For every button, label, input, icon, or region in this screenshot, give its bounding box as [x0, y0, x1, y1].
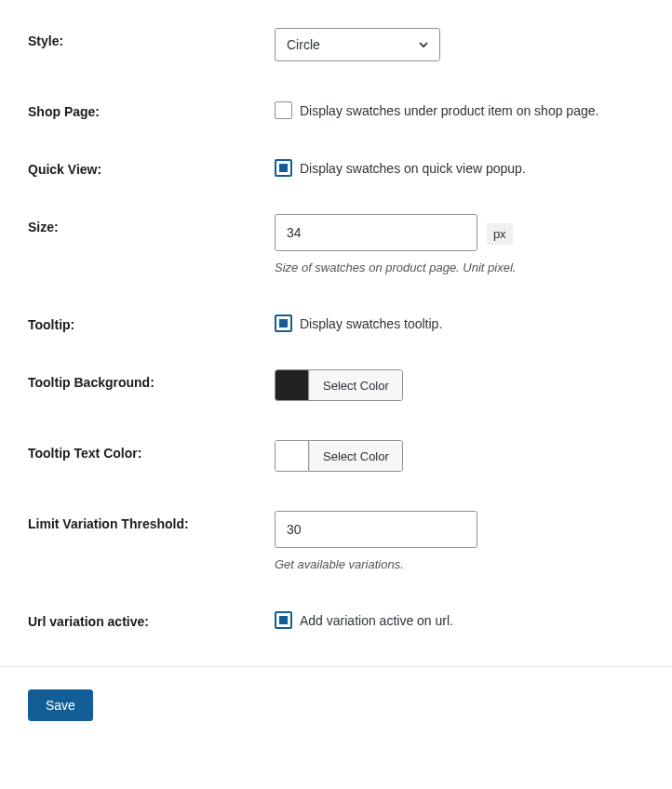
tooltip-bg-swatch[interactable]	[276, 370, 309, 400]
divider	[0, 666, 672, 667]
label-tooltip-text: Tooltip Text Color:	[28, 440, 275, 461]
control-quick-view: Display swatches on quick view popup.	[275, 156, 644, 177]
row-url-variation: Url variation active: Add variation acti…	[28, 608, 644, 629]
tooltip-text-swatch[interactable]	[276, 441, 309, 471]
shop-page-checkbox-label[interactable]: Display swatches under product item on s…	[300, 103, 598, 118]
row-style: Style: Circle	[28, 28, 644, 61]
label-quick-view: Quick View:	[28, 156, 275, 177]
shop-page-checkbox[interactable]	[275, 101, 292, 119]
row-limit-threshold: Limit Variation Threshold: Get available…	[28, 511, 644, 571]
size-unit: px	[487, 223, 513, 245]
row-size: Size: px Size of swatches on product pag…	[28, 214, 644, 274]
label-limit-threshold: Limit Variation Threshold:	[28, 511, 275, 531]
control-tooltip-text: Select Color	[275, 440, 644, 474]
url-variation-checkbox-row: Add variation active on url.	[275, 608, 644, 629]
label-tooltip: Tooltip:	[28, 312, 275, 332]
size-help: Size of swatches on product page. Unit p…	[275, 261, 644, 274]
style-select[interactable]: Circle	[275, 28, 440, 61]
save-button[interactable]: Save	[28, 689, 93, 721]
tooltip-bg-select-button[interactable]: Select Color	[309, 370, 402, 400]
row-quick-view: Quick View: Display swatches on quick vi…	[28, 156, 644, 177]
control-tooltip: Display swatches tooltip.	[275, 312, 644, 332]
tooltip-bg-color-picker: Select Color	[275, 369, 403, 401]
label-url-variation: Url variation active:	[28, 608, 275, 629]
tooltip-checkbox[interactable]	[275, 314, 292, 332]
label-tooltip-bg: Tooltip Background:	[28, 369, 275, 390]
limit-threshold-help: Get available variations.	[275, 557, 644, 571]
quick-view-checkbox-row: Display swatches on quick view popup.	[275, 156, 644, 177]
row-tooltip-text: Tooltip Text Color: Select Color	[28, 440, 644, 474]
label-style: Style:	[28, 28, 275, 48]
limit-threshold-input[interactable]	[275, 511, 477, 548]
control-tooltip-bg: Select Color	[275, 369, 644, 403]
row-tooltip: Tooltip: Display swatches tooltip.	[28, 312, 644, 332]
quick-view-checkbox[interactable]	[275, 159, 292, 177]
shop-page-checkbox-row: Display swatches under product item on s…	[275, 99, 644, 119]
url-variation-checkbox-label[interactable]: Add variation active on url.	[300, 613, 453, 628]
control-url-variation: Add variation active on url.	[275, 608, 644, 629]
quick-view-checkbox-label[interactable]: Display swatches on quick view popup.	[300, 161, 526, 176]
control-style: Circle	[275, 28, 644, 61]
tooltip-checkbox-label[interactable]: Display swatches tooltip.	[300, 316, 442, 331]
size-input[interactable]	[275, 214, 477, 251]
row-tooltip-bg: Tooltip Background: Select Color	[28, 369, 644, 403]
control-limit-threshold: Get available variations.	[275, 511, 644, 571]
label-shop-page: Shop Page:	[28, 99, 275, 119]
settings-form: Style: Circle Shop Page: Display swatche…	[28, 28, 644, 629]
label-size: Size:	[28, 214, 275, 234]
row-shop-page: Shop Page: Display swatches under produc…	[28, 99, 644, 119]
tooltip-text-color-picker: Select Color	[275, 440, 403, 472]
url-variation-checkbox[interactable]	[275, 611, 292, 629]
tooltip-text-select-button[interactable]: Select Color	[309, 441, 402, 471]
style-select-wrap: Circle	[275, 28, 440, 61]
control-shop-page: Display swatches under product item on s…	[275, 99, 644, 119]
control-size: px Size of swatches on product page. Uni…	[275, 214, 644, 274]
tooltip-checkbox-row: Display swatches tooltip.	[275, 312, 644, 332]
